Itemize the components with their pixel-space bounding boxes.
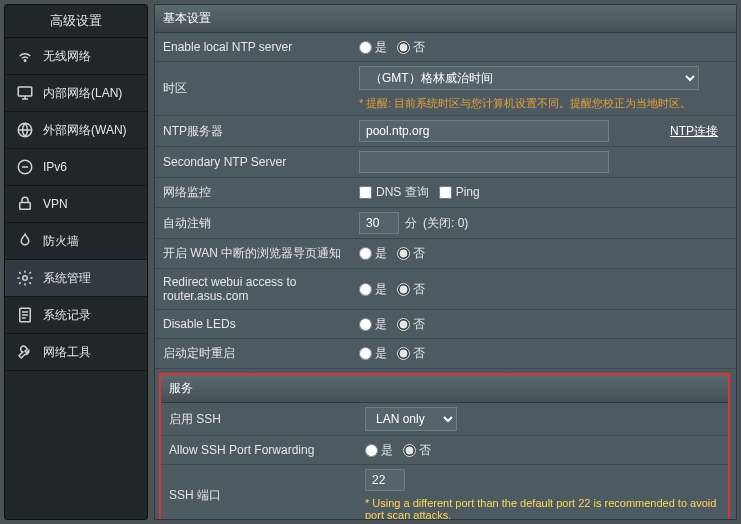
scheduled-reboot-no[interactable]: 否: [397, 345, 425, 362]
ssh-fwd-yes[interactable]: 是: [365, 442, 393, 459]
admin-icon: [15, 268, 35, 288]
webui-redirect-no[interactable]: 否: [397, 281, 425, 298]
ntp-enable-yes[interactable]: 是: [359, 39, 387, 56]
globe-icon: [15, 120, 35, 140]
disable-leds-no[interactable]: 否: [397, 316, 425, 333]
secondary-ntp-label: Secondary NTP Server: [155, 147, 351, 177]
webui-redirect-yes[interactable]: 是: [359, 281, 387, 298]
lan-icon: [15, 83, 35, 103]
main-panel: 基本设置 Enable local NTP server 是 否 时区 （GMT…: [154, 4, 737, 520]
section-title-basic: 基本设置: [155, 5, 736, 33]
ipv6-icon: [15, 157, 35, 177]
wan-redirect-label: 开启 WAN 中断的浏览器导页通知: [155, 239, 351, 268]
sidebar-item-wan[interactable]: 外部网络(WAN): [5, 112, 147, 149]
sidebar-item-label: 系统记录: [43, 307, 91, 324]
sidebar-title: 高级设置: [5, 5, 147, 38]
secondary-ntp-input[interactable]: [359, 151, 609, 173]
sidebar-item-label: 网络工具: [43, 344, 91, 361]
sidebar: 高级设置 无线网络 内部网络(LAN) 外部网络(WAN) IPv6 VPN 防…: [4, 4, 148, 520]
auto-logout-note: (关闭: 0): [423, 215, 468, 232]
sidebar-item-syslog[interactable]: 系统记录: [5, 297, 147, 334]
ssh-fwd-no[interactable]: 否: [403, 442, 431, 459]
ntp-link[interactable]: NTP连接: [670, 123, 728, 140]
ssh-enable-select[interactable]: LAN only: [365, 407, 457, 431]
auto-logout-label: 自动注销: [155, 208, 351, 238]
sidebar-item-wireless[interactable]: 无线网络: [5, 38, 147, 75]
sidebar-item-label: 外部网络(WAN): [43, 122, 127, 139]
disable-leds-yes[interactable]: 是: [359, 316, 387, 333]
netmon-dns-checkbox[interactable]: DNS 查询: [359, 184, 429, 201]
svg-rect-4: [20, 203, 31, 210]
ssh-port-label: SSH 端口: [161, 465, 357, 520]
timezone-hint: * 提醒: 目前系统时区与您计算机设置不同。提醒您校正为当地时区。: [359, 96, 691, 111]
scheduled-reboot-yes[interactable]: 是: [359, 345, 387, 362]
netmon-ping-checkbox[interactable]: Ping: [439, 185, 480, 199]
sidebar-item-vpn[interactable]: VPN: [5, 186, 147, 223]
wan-redirect-no[interactable]: 否: [397, 245, 425, 262]
sidebar-item-lan[interactable]: 内部网络(LAN): [5, 75, 147, 112]
firewall-icon: [15, 231, 35, 251]
sidebar-item-ipv6[interactable]: IPv6: [5, 149, 147, 186]
timezone-label: 时区: [155, 62, 351, 115]
svg-rect-1: [18, 87, 32, 96]
auto-logout-unit: 分: [405, 215, 417, 232]
sidebar-item-administration[interactable]: 系统管理: [5, 260, 147, 297]
wifi-icon: [15, 46, 35, 66]
services-highlight-box: 服务 启用 SSH LAN only Allow SSH Port Forwar…: [159, 373, 730, 520]
ntp-server-input[interactable]: [359, 120, 609, 142]
ssh-enable-label: 启用 SSH: [161, 403, 357, 435]
timezone-select[interactable]: （GMT）格林威治时间: [359, 66, 699, 90]
ntp-enable-label: Enable local NTP server: [155, 33, 351, 61]
section-title-services: 服务: [161, 375, 728, 403]
svg-point-0: [24, 60, 26, 62]
svg-point-5: [23, 276, 28, 281]
scheduled-reboot-label: 启动定时重启: [155, 339, 351, 368]
ntp-enable-radios: 是 否: [359, 39, 425, 56]
sidebar-item-label: IPv6: [43, 160, 67, 174]
webui-redirect-label: Redirect webui access to router.asus.com: [155, 269, 351, 309]
ntp-enable-no[interactable]: 否: [397, 39, 425, 56]
sidebar-item-firewall[interactable]: 防火墙: [5, 223, 147, 260]
ntp-server-label: NTP服务器: [155, 116, 351, 146]
wan-redirect-yes[interactable]: 是: [359, 245, 387, 262]
sidebar-item-label: 系统管理: [43, 270, 91, 287]
vpn-icon: [15, 194, 35, 214]
sidebar-item-label: VPN: [43, 197, 68, 211]
ssh-fwd-label: Allow SSH Port Forwarding: [161, 436, 357, 464]
tools-icon: [15, 342, 35, 362]
sidebar-item-label: 无线网络: [43, 48, 91, 65]
log-icon: [15, 305, 35, 325]
sidebar-item-label: 内部网络(LAN): [43, 85, 122, 102]
ssh-port-input[interactable]: [365, 469, 405, 491]
ssh-port-hint: * Using a different port than the defaul…: [365, 497, 720, 520]
sidebar-item-label: 防火墙: [43, 233, 79, 250]
auto-logout-input[interactable]: [359, 212, 399, 234]
disable-leds-label: Disable LEDs: [155, 310, 351, 338]
netmon-label: 网络监控: [155, 178, 351, 207]
sidebar-item-nettools[interactable]: 网络工具: [5, 334, 147, 371]
